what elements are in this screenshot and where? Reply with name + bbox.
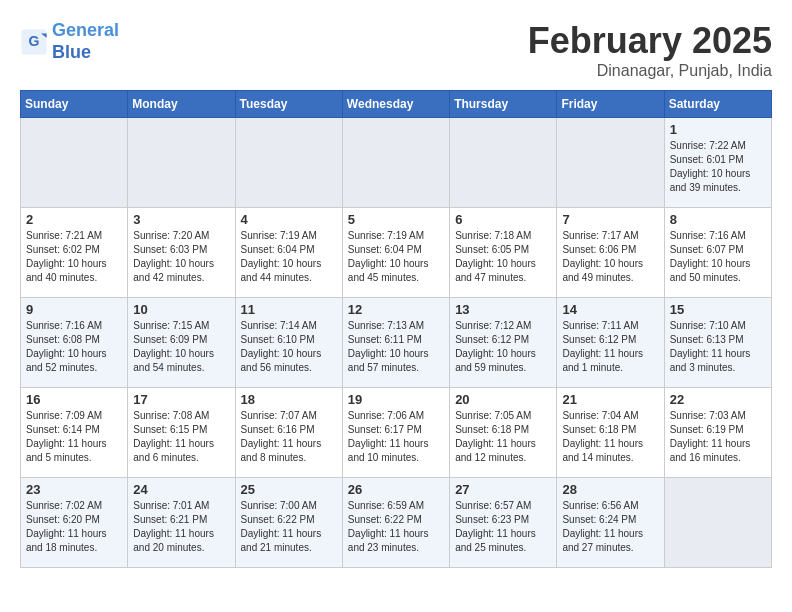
calendar-title: February 2025 xyxy=(528,20,772,62)
day-number: 9 xyxy=(26,302,122,317)
calendar-cell: 22Sunrise: 7:03 AMSunset: 6:19 PMDayligh… xyxy=(664,388,771,478)
calendar-week-row: 16Sunrise: 7:09 AMSunset: 6:14 PMDayligh… xyxy=(21,388,772,478)
calendar-cell: 1Sunrise: 7:22 AMSunset: 6:01 PMDaylight… xyxy=(664,118,771,208)
title-section: February 2025 Dinanagar, Punjab, India xyxy=(528,20,772,80)
day-info: Sunrise: 7:05 AMSunset: 6:18 PMDaylight:… xyxy=(455,409,551,465)
calendar-cell: 9Sunrise: 7:16 AMSunset: 6:08 PMDaylight… xyxy=(21,298,128,388)
day-info: Sunrise: 7:16 AMSunset: 6:07 PMDaylight:… xyxy=(670,229,766,285)
day-info: Sunrise: 7:15 AMSunset: 6:09 PMDaylight:… xyxy=(133,319,229,375)
calendar-cell: 16Sunrise: 7:09 AMSunset: 6:14 PMDayligh… xyxy=(21,388,128,478)
calendar-cell: 10Sunrise: 7:15 AMSunset: 6:09 PMDayligh… xyxy=(128,298,235,388)
day-number: 23 xyxy=(26,482,122,497)
day-number: 27 xyxy=(455,482,551,497)
day-number: 18 xyxy=(241,392,337,407)
svg-text:G: G xyxy=(29,33,40,49)
calendar-cell xyxy=(342,118,449,208)
day-info: Sunrise: 7:09 AMSunset: 6:14 PMDaylight:… xyxy=(26,409,122,465)
day-info: Sunrise: 7:17 AMSunset: 6:06 PMDaylight:… xyxy=(562,229,658,285)
calendar-cell: 19Sunrise: 7:06 AMSunset: 6:17 PMDayligh… xyxy=(342,388,449,478)
day-info: Sunrise: 6:57 AMSunset: 6:23 PMDaylight:… xyxy=(455,499,551,555)
calendar-cell xyxy=(21,118,128,208)
calendar-cell xyxy=(128,118,235,208)
logo: G General Blue xyxy=(20,20,119,63)
day-number: 20 xyxy=(455,392,551,407)
day-info: Sunrise: 7:19 AMSunset: 6:04 PMDaylight:… xyxy=(348,229,444,285)
calendar-cell: 27Sunrise: 6:57 AMSunset: 6:23 PMDayligh… xyxy=(450,478,557,568)
calendar-cell: 2Sunrise: 7:21 AMSunset: 6:02 PMDaylight… xyxy=(21,208,128,298)
logo-line1: General xyxy=(52,20,119,40)
calendar-cell: 4Sunrise: 7:19 AMSunset: 6:04 PMDaylight… xyxy=(235,208,342,298)
calendar-cell: 12Sunrise: 7:13 AMSunset: 6:11 PMDayligh… xyxy=(342,298,449,388)
calendar-cell: 25Sunrise: 7:00 AMSunset: 6:22 PMDayligh… xyxy=(235,478,342,568)
day-info: Sunrise: 7:01 AMSunset: 6:21 PMDaylight:… xyxy=(133,499,229,555)
logo-line2: Blue xyxy=(52,42,91,62)
day-number: 7 xyxy=(562,212,658,227)
calendar-cell: 23Sunrise: 7:02 AMSunset: 6:20 PMDayligh… xyxy=(21,478,128,568)
day-info: Sunrise: 7:18 AMSunset: 6:05 PMDaylight:… xyxy=(455,229,551,285)
day-info: Sunrise: 6:56 AMSunset: 6:24 PMDaylight:… xyxy=(562,499,658,555)
day-info: Sunrise: 7:12 AMSunset: 6:12 PMDaylight:… xyxy=(455,319,551,375)
calendar-cell: 18Sunrise: 7:07 AMSunset: 6:16 PMDayligh… xyxy=(235,388,342,478)
day-number: 16 xyxy=(26,392,122,407)
calendar-cell: 13Sunrise: 7:12 AMSunset: 6:12 PMDayligh… xyxy=(450,298,557,388)
calendar-week-row: 9Sunrise: 7:16 AMSunset: 6:08 PMDaylight… xyxy=(21,298,772,388)
calendar-cell: 24Sunrise: 7:01 AMSunset: 6:21 PMDayligh… xyxy=(128,478,235,568)
calendar-cell: 11Sunrise: 7:14 AMSunset: 6:10 PMDayligh… xyxy=(235,298,342,388)
calendar-header-row: SundayMondayTuesdayWednesdayThursdayFrid… xyxy=(21,91,772,118)
header-saturday: Saturday xyxy=(664,91,771,118)
day-number: 28 xyxy=(562,482,658,497)
day-info: Sunrise: 7:08 AMSunset: 6:15 PMDaylight:… xyxy=(133,409,229,465)
day-number: 10 xyxy=(133,302,229,317)
day-info: Sunrise: 7:16 AMSunset: 6:08 PMDaylight:… xyxy=(26,319,122,375)
day-number: 13 xyxy=(455,302,551,317)
day-info: Sunrise: 7:03 AMSunset: 6:19 PMDaylight:… xyxy=(670,409,766,465)
day-info: Sunrise: 7:20 AMSunset: 6:03 PMDaylight:… xyxy=(133,229,229,285)
day-number: 25 xyxy=(241,482,337,497)
header-friday: Friday xyxy=(557,91,664,118)
calendar-table: SundayMondayTuesdayWednesdayThursdayFrid… xyxy=(20,90,772,568)
header-monday: Monday xyxy=(128,91,235,118)
day-info: Sunrise: 7:14 AMSunset: 6:10 PMDaylight:… xyxy=(241,319,337,375)
header-wednesday: Wednesday xyxy=(342,91,449,118)
logo-icon: G xyxy=(20,28,48,56)
day-number: 22 xyxy=(670,392,766,407)
day-info: Sunrise: 7:02 AMSunset: 6:20 PMDaylight:… xyxy=(26,499,122,555)
calendar-cell xyxy=(450,118,557,208)
calendar-cell: 17Sunrise: 7:08 AMSunset: 6:15 PMDayligh… xyxy=(128,388,235,478)
calendar-cell: 5Sunrise: 7:19 AMSunset: 6:04 PMDaylight… xyxy=(342,208,449,298)
day-number: 1 xyxy=(670,122,766,137)
day-number: 12 xyxy=(348,302,444,317)
calendar-cell xyxy=(664,478,771,568)
day-number: 17 xyxy=(133,392,229,407)
day-number: 15 xyxy=(670,302,766,317)
day-number: 14 xyxy=(562,302,658,317)
calendar-cell: 28Sunrise: 6:56 AMSunset: 6:24 PMDayligh… xyxy=(557,478,664,568)
calendar-subtitle: Dinanagar, Punjab, India xyxy=(528,62,772,80)
day-number: 26 xyxy=(348,482,444,497)
calendar-cell: 6Sunrise: 7:18 AMSunset: 6:05 PMDaylight… xyxy=(450,208,557,298)
calendar-cell: 14Sunrise: 7:11 AMSunset: 6:12 PMDayligh… xyxy=(557,298,664,388)
day-number: 19 xyxy=(348,392,444,407)
calendar-week-row: 23Sunrise: 7:02 AMSunset: 6:20 PMDayligh… xyxy=(21,478,772,568)
day-info: Sunrise: 7:19 AMSunset: 6:04 PMDaylight:… xyxy=(241,229,337,285)
calendar-cell: 8Sunrise: 7:16 AMSunset: 6:07 PMDaylight… xyxy=(664,208,771,298)
day-number: 8 xyxy=(670,212,766,227)
day-number: 2 xyxy=(26,212,122,227)
day-info: Sunrise: 7:21 AMSunset: 6:02 PMDaylight:… xyxy=(26,229,122,285)
day-info: Sunrise: 7:13 AMSunset: 6:11 PMDaylight:… xyxy=(348,319,444,375)
day-info: Sunrise: 7:04 AMSunset: 6:18 PMDaylight:… xyxy=(562,409,658,465)
calendar-cell: 20Sunrise: 7:05 AMSunset: 6:18 PMDayligh… xyxy=(450,388,557,478)
calendar-cell xyxy=(235,118,342,208)
header-tuesday: Tuesday xyxy=(235,91,342,118)
calendar-cell: 7Sunrise: 7:17 AMSunset: 6:06 PMDaylight… xyxy=(557,208,664,298)
day-info: Sunrise: 7:11 AMSunset: 6:12 PMDaylight:… xyxy=(562,319,658,375)
day-number: 11 xyxy=(241,302,337,317)
day-info: Sunrise: 7:00 AMSunset: 6:22 PMDaylight:… xyxy=(241,499,337,555)
day-number: 6 xyxy=(455,212,551,227)
calendar-cell: 21Sunrise: 7:04 AMSunset: 6:18 PMDayligh… xyxy=(557,388,664,478)
day-info: Sunrise: 7:22 AMSunset: 6:01 PMDaylight:… xyxy=(670,139,766,195)
day-number: 3 xyxy=(133,212,229,227)
calendar-cell: 26Sunrise: 6:59 AMSunset: 6:22 PMDayligh… xyxy=(342,478,449,568)
day-info: Sunrise: 7:06 AMSunset: 6:17 PMDaylight:… xyxy=(348,409,444,465)
calendar-week-row: 2Sunrise: 7:21 AMSunset: 6:02 PMDaylight… xyxy=(21,208,772,298)
